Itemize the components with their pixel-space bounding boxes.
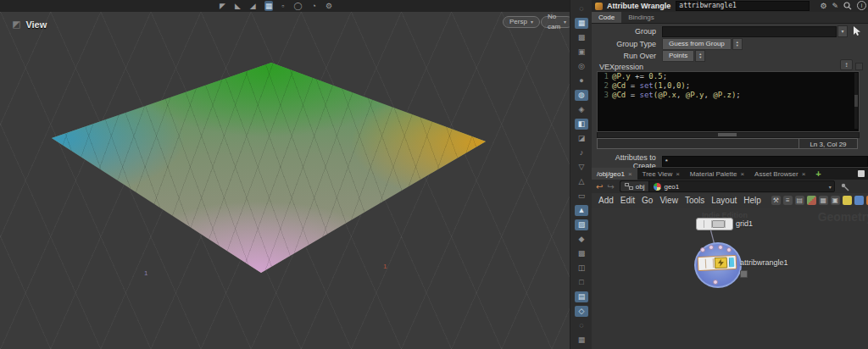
brush-tool-icon[interactable]: ◢ — [249, 1, 257, 11]
node-flag-segment[interactable] — [700, 259, 707, 269]
code-vertical-scrollbar[interactable] — [854, 73, 858, 129]
breadcrumb[interactable]: obj geo1 ▾ — [620, 180, 835, 192]
network-box-icon[interactable] — [854, 196, 864, 205]
nav-cube-icon[interactable]: ◩ — [12, 19, 20, 30]
node-input-dot[interactable] — [700, 247, 705, 252]
hierarchy-icon[interactable]: ≡ — [783, 196, 793, 205]
breadcrumb-item-geo1[interactable]: geo1 — [649, 181, 683, 191]
grid-layout-icon[interactable]: ▦ — [819, 196, 828, 205]
list-view-icon[interactable]: ▤ — [795, 196, 804, 205]
lighting-icon[interactable]: ◎ — [575, 61, 588, 72]
colored-grid-plane[interactable] — [49, 58, 487, 276]
node-name-field[interactable]: attribwrangle1 — [676, 1, 810, 11]
gear-icon[interactable]: ⚙ — [820, 2, 826, 10]
record-indicator-icon[interactable]: ◯ — [292, 1, 303, 11]
scroll-thumb[interactable] — [718, 133, 737, 136]
node-input-dot[interactable] — [718, 245, 723, 250]
pan-view-icon[interactable]: △ — [575, 176, 588, 187]
pen-icon[interactable]: ✎ — [832, 2, 838, 10]
search-icon[interactable] — [843, 2, 852, 10]
breadcrumb-item-obj[interactable]: obj — [620, 181, 650, 191]
network-editor-canvas[interactable]: Indie Edition Geometry grid1 — [592, 208, 868, 349]
pin-icon[interactable] — [840, 182, 849, 191]
forward-arrow-icon[interactable]: ↪ — [607, 182, 614, 191]
pane-tab[interactable]: Asset Browser× — [749, 168, 810, 180]
group-dropdown-icon[interactable]: ▾ — [837, 25, 848, 37]
close-tab-icon[interactable]: × — [740, 170, 744, 178]
info-circle-icon[interactable]: ◌ — [575, 320, 588, 331]
takes-icon[interactable]: ◔ — [311, 1, 317, 11]
node-flag-segment[interactable] — [708, 258, 715, 268]
node-flag-segment[interactable] — [706, 220, 712, 228]
node-flag-segment[interactable] — [698, 220, 704, 228]
help-icon[interactable]: ◌ — [575, 3, 588, 14]
pane-tab[interactable]: Material Palette× — [685, 168, 749, 180]
menu-layout[interactable]: Layout — [711, 196, 737, 205]
node-input-dot[interactable] — [726, 247, 732, 252]
box-select-icon[interactable]: ▫ — [281, 1, 285, 11]
image-view-icon[interactable]: ▣ — [831, 196, 840, 205]
lock-icon[interactable]: ▣ — [575, 47, 588, 58]
sticky-note-icon[interactable] — [843, 196, 852, 205]
group-select-icon[interactable]: ▩ — [575, 32, 588, 43]
handles-icon[interactable]: ◪ — [575, 133, 588, 144]
scene-viewport[interactable]: ◩ View 1 1 Persp ▾ No cam ▾ — [0, 12, 570, 349]
select-tool-icon[interactable]: ◤ — [219, 1, 226, 11]
move-tool-icon[interactable]: ◣ — [234, 1, 242, 11]
pane-tab[interactable]: Tree View× — [637, 168, 685, 180]
camera-menu-button[interactable]: No cam ▾ — [541, 16, 570, 28]
display-normals-icon[interactable]: ◆ — [575, 234, 588, 245]
reselect-cursor-icon[interactable] — [853, 26, 862, 36]
visualizer-icon[interactable]: ◇ — [575, 306, 588, 317]
attributes-to-create-input[interactable]: * — [662, 156, 868, 167]
snapshot-icon[interactable]: ▨ — [575, 219, 588, 230]
tab-bindings[interactable]: Bindings — [621, 12, 661, 23]
tools-wrench-icon[interactable]: ⚒ — [771, 196, 781, 205]
node-grid1[interactable] — [696, 218, 733, 230]
run-over-menu[interactable]: Points — [662, 50, 694, 62]
color-grid-icon[interactable]: ▦ — [575, 335, 588, 346]
menu-tools[interactable]: Tools — [685, 196, 704, 205]
run-over-spinner[interactable]: ▲▼ — [695, 50, 705, 62]
node-attribwrangle1[interactable] — [698, 255, 737, 271]
add-pane-tab-button[interactable]: + — [815, 169, 821, 179]
projection-menu-button[interactable]: Persp ▾ — [503, 16, 540, 28]
color-palette-grid-icon[interactable] — [807, 196, 816, 205]
node-input-dot[interactable] — [709, 245, 714, 250]
tab-code[interactable]: Code — [592, 12, 621, 23]
pane-tab[interactable]: /obj/geo1× — [592, 168, 637, 180]
menu-add[interactable]: Add — [598, 196, 614, 205]
group-input[interactable] — [662, 26, 837, 37]
settings-gear-icon[interactable]: ⚙ — [325, 1, 333, 11]
node-comment-badge[interactable] — [740, 270, 748, 278]
vex-code-editor[interactable]: 1@P.y += 0.5;2@Cd = set(1,0,0);3@Cd = se… — [597, 71, 860, 132]
code-horizontal-scrollbar[interactable] — [597, 132, 860, 138]
close-tab-icon[interactable]: × — [628, 170, 632, 178]
template-icon[interactable]: ▩ — [575, 248, 588, 259]
group-type-spinner[interactable]: ▲▼ — [732, 38, 743, 50]
mixer-icon[interactable]: ◫ — [575, 263, 588, 274]
display-points-icon[interactable]: ◈ — [575, 104, 588, 115]
bounds-icon[interactable]: □ — [575, 277, 588, 288]
pane-maximize-icon[interactable] — [858, 170, 865, 177]
audio-icon[interactable]: ♪ — [575, 147, 588, 158]
shading-sphere-icon[interactable]: ● — [575, 75, 588, 86]
capture-icon[interactable]: ▤ — [575, 291, 588, 302]
grid-snap-icon[interactable]: ▦ — [264, 1, 274, 11]
ghost-geometry-icon[interactable]: ◍ — [575, 90, 588, 101]
group-type-menu[interactable]: Guess from Group — [662, 38, 732, 50]
grab-view-icon[interactable]: ▽ — [575, 162, 588, 173]
close-tab-icon[interactable]: × — [676, 170, 680, 178]
ruler-icon[interactable]: ▭ — [575, 191, 588, 202]
info-icon[interactable]: i — [857, 1, 866, 10]
view-quadrant-icon[interactable]: ◧ — [575, 119, 588, 130]
menu-go[interactable]: Go — [642, 196, 653, 205]
background-image-icon[interactable]: ▲ — [575, 205, 588, 216]
menu-edit[interactable]: Edit — [620, 196, 635, 205]
node-display-flag[interactable] — [729, 258, 735, 267]
menu-help[interactable]: Help — [743, 196, 761, 205]
menu-view[interactable]: View — [659, 196, 678, 205]
node-flag-segment[interactable] — [725, 220, 731, 228]
secure-selection-icon[interactable]: ▦ — [575, 18, 588, 29]
back-arrow-icon[interactable]: ↩ — [596, 182, 603, 191]
